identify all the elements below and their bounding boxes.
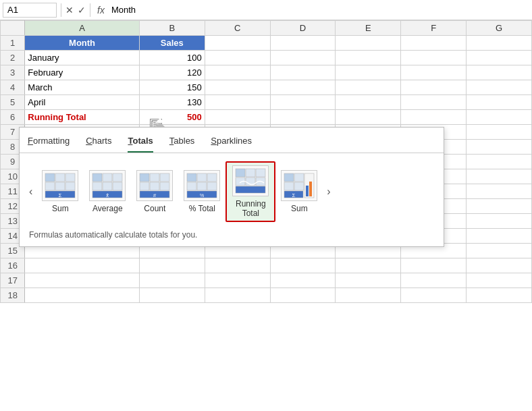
cell-a1[interactable]: Month [25,36,140,51]
svg-rect-33 [207,182,217,190]
cell-e18[interactable] [336,288,401,303]
cell-b17[interactable] [139,273,205,288]
right-arrow-icon[interactable]: › [323,186,334,198]
cell-c2[interactable] [205,51,270,65]
cell-d3[interactable] [270,65,336,80]
cell-f1[interactable] [401,36,467,51]
cell-a6[interactable]: Running Total [25,110,140,125]
cell-f3[interactable] [401,65,467,80]
cell-b5[interactable]: 130 [139,95,205,110]
cell-g4[interactable] [467,80,532,95]
cell-f4[interactable] [401,80,467,95]
cell-e2[interactable] [336,51,401,65]
cell-g18[interactable] [467,288,532,303]
cell-g13[interactable] [467,214,532,229]
cell-g11[interactable] [467,184,532,199]
cell-g17[interactable] [467,273,532,288]
cell-b4[interactable]: 150 [139,80,205,95]
cell-d6[interactable] [270,110,336,125]
cell-d17[interactable] [270,273,336,288]
cell-a2[interactable]: January [25,51,140,65]
cell-c18[interactable] [205,288,270,303]
cell-f2[interactable] [401,51,467,65]
col-header-e[interactable]: E [336,21,401,36]
cell-e16[interactable] [336,258,401,273]
cell-d4[interactable] [270,80,336,95]
cell-c3[interactable] [205,65,270,80]
cell-f6[interactable] [401,110,467,125]
left-arrow-icon[interactable]: ‹ [25,186,36,198]
cell-c16[interactable] [205,258,270,273]
cell-c1[interactable] [205,36,270,51]
icon-sum[interactable]: Σ Sum [36,167,84,216]
tab-totals[interactable]: Totals [128,133,153,153]
cancel-icon[interactable]: ✕ [65,5,74,16]
cell-d5[interactable] [270,95,336,110]
cell-f5[interactable] [401,95,467,110]
cell-f17[interactable] [401,273,467,288]
tab-charts[interactable]: Charts [86,133,111,153]
cell-f16[interactable] [401,258,467,273]
cell-f18[interactable] [401,288,467,303]
col-header-b[interactable]: B [139,21,205,36]
col-header-f[interactable]: F [401,21,467,36]
cell-g2[interactable] [467,51,532,65]
cell-g5[interactable] [467,95,532,110]
cell-a16[interactable] [25,258,140,273]
cell-d2[interactable] [270,51,336,65]
col-header-a[interactable]: A [25,21,140,36]
tab-tables-label: Tables [169,136,195,146]
svg-rect-29 [197,173,207,182]
cell-e5[interactable] [336,95,401,110]
svg-text:%: % [200,193,204,198]
cell-b1[interactable]: Sales [139,36,205,51]
cell-b2[interactable]: 100 [139,51,205,65]
cell-g9[interactable] [467,155,532,169]
cell-g6[interactable] [467,110,532,125]
cell-c6[interactable] [205,110,270,125]
cell-g14[interactable] [467,229,532,244]
cell-a4[interactable]: March [25,80,140,95]
cell-b16[interactable] [139,258,205,273]
icon-average[interactable]: x̄ Average [84,167,131,216]
cell-e6[interactable] [336,110,401,125]
cell-g16[interactable] [467,258,532,273]
cell-e4[interactable] [336,80,401,95]
col-header-c[interactable]: C [205,21,270,36]
cell-c4[interactable] [205,80,270,95]
cell-a3[interactable]: February [25,65,140,80]
cell-c17[interactable] [205,273,270,288]
cell-e3[interactable] [336,65,401,80]
icon-count[interactable]: # Count [131,167,178,216]
tab-tables[interactable]: Tables [169,133,195,153]
confirm-icon[interactable]: ✓ [78,5,86,16]
cell-g3[interactable] [467,65,532,80]
cell-b18[interactable] [139,288,205,303]
cell-g12[interactable] [467,199,532,214]
icon-sum2[interactable]: Σ Sum [275,167,323,216]
cell-b6[interactable]: 500 [139,110,205,125]
tab-sparklines[interactable]: Sparklines [211,133,252,153]
name-box[interactable]: A1 [3,3,57,18]
tab-formatting[interactable]: Formatting [28,133,70,153]
cell-g10[interactable] [467,169,532,184]
cell-a5[interactable]: April [25,95,140,110]
cell-e17[interactable] [336,273,401,288]
cell-g8[interactable] [467,140,532,155]
icon-running-total[interactable]: RunningTotal [225,161,275,222]
cell-d1[interactable] [270,36,336,51]
icon-pct-total[interactable]: % % Total [178,167,225,216]
col-header-g[interactable]: G [467,21,532,36]
cell-g1[interactable] [467,36,532,51]
col-header-d[interactable]: D [270,21,336,36]
formula-content[interactable]: Month [107,3,529,16]
cell-d18[interactable] [270,288,336,303]
cell-a17[interactable] [25,273,140,288]
cell-e1[interactable] [336,36,401,51]
cell-d16[interactable] [270,258,336,273]
cell-b3[interactable]: 120 [139,65,205,80]
cell-c5[interactable] [205,95,270,110]
cell-g7[interactable] [467,125,532,140]
cell-a18[interactable] [25,288,140,303]
cell-g15[interactable] [467,244,532,258]
